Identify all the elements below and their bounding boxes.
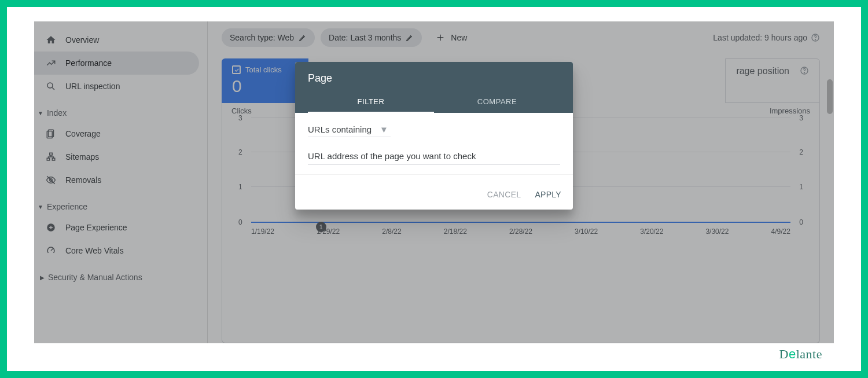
select-label: URLs containing	[308, 124, 372, 134]
url-match-select[interactable]: URLs containing ▼	[308, 123, 391, 137]
modal-tabs: FILTER COMPARE	[308, 91, 560, 113]
apply-button[interactable]: APPLY	[535, 190, 561, 199]
modal-title: Page	[308, 72, 560, 85]
page-filter-modal: Page FILTER COMPARE URLs containing ▼ CA…	[295, 62, 573, 210]
brand-logo: Delante	[779, 347, 822, 362]
cancel-button[interactable]: CANCEL	[487, 190, 521, 199]
tab-filter[interactable]: FILTER	[308, 91, 434, 113]
app-window: Overview Performance URL inspection ▼	[34, 21, 834, 343]
tab-compare[interactable]: COMPARE	[434, 91, 560, 113]
caret-down-icon: ▼	[380, 124, 388, 134]
url-input[interactable]	[308, 151, 560, 165]
brand-logo-row: Delante	[34, 343, 834, 365]
